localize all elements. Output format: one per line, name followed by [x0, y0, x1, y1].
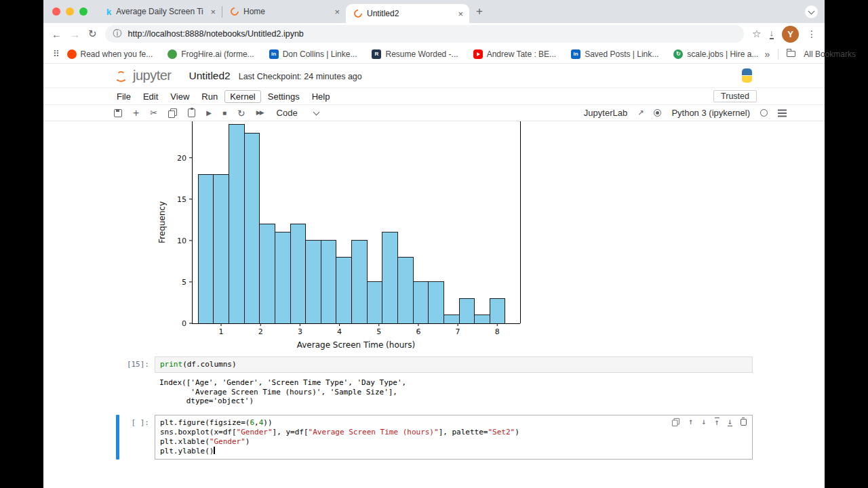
menu-bar: FileEditViewRunKernelSettingsHelp Truste… — [43, 88, 825, 105]
close-window-button[interactable] — [52, 7, 60, 16]
maximize-window-button[interactable] — [79, 7, 87, 16]
downloads-icon[interactable]: ↓ — [770, 28, 774, 39]
interrupt-kernel-button[interactable]: ■ — [222, 110, 226, 117]
toolbar-right: JupyterLab ↗ Python 3 (ipykernel) — [584, 108, 787, 118]
restart-run-all-button[interactable]: ▶▶ — [256, 110, 263, 116]
apps-grid-icon[interactable]: ⠿ — [53, 49, 60, 59]
tab-search-button[interactable] — [805, 5, 818, 18]
restart-kernel-button[interactable]: ↻ — [237, 108, 245, 118]
cells-column: 1234567805101520Average Screen Time (hou… — [108, 121, 753, 460]
menu-kernel[interactable]: Kernel — [224, 90, 261, 103]
code-input[interactable]: ↑ ↓ ↑ ↓ plt.figure(figsize=(6,4))sns.box… — [155, 415, 753, 460]
debugger-icon[interactable] — [654, 109, 661, 117]
new-tab-button[interactable]: + — [469, 5, 490, 18]
bookmark-item[interactable]: Andrew Tate : BE... — [473, 49, 557, 59]
close-tab-icon[interactable]: × — [332, 7, 342, 17]
external-link-icon: ↗ — [637, 108, 644, 117]
code-cell-boxplot[interactable]: [ ]: ↑ ↓ ↑ ↓ plt.figure(figsize=(6,4))sn… — [108, 415, 753, 460]
bookmark-item[interactable]: ↻scale.jobs | Hire a... — [673, 49, 758, 59]
duplicate-cell-button[interactable] — [671, 418, 680, 426]
insert-above-icon: ↑ — [715, 418, 719, 426]
move-cell-down-button[interactable]: ↓ — [701, 418, 706, 426]
browser-menu-icon[interactable]: ⋮ — [807, 28, 816, 39]
menu-help[interactable]: Help — [307, 90, 336, 103]
svg-text:6: 6 — [416, 327, 420, 336]
bookmarks-bar: ⠿ Read when you fe...FrogHire.ai (forme.… — [43, 45, 825, 64]
notebook-title[interactable]: Untitled2 — [189, 70, 231, 82]
bookmark-label: Read when you fe... — [81, 49, 153, 59]
reload-button[interactable]: ↻ — [88, 28, 97, 40]
delete-cell-button[interactable] — [741, 418, 747, 426]
insert-cell-button[interactable]: + — [133, 108, 139, 119]
bookmark-item[interactable]: FrogHire.ai (forme... — [167, 49, 254, 59]
kernel-status-icon — [760, 109, 768, 117]
menu-edit[interactable]: Edit — [138, 90, 163, 103]
jupyter-favicon — [229, 6, 241, 18]
svg-text:20: 20 — [177, 154, 186, 163]
forward-button[interactable]: → — [70, 28, 80, 40]
resume-worded-favicon: R — [372, 49, 381, 59]
code-cell-print-columns[interactable]: [15]: print(df.columns) — [108, 357, 753, 373]
bookmark-item[interactable]: inDon Collins | Linke... — [269, 49, 357, 59]
menu-file[interactable]: File — [111, 90, 136, 103]
omnibox[interactable]: ⓘ http://localhost:8888/notebooks/Untitl… — [105, 25, 744, 43]
notebook-content: 1234567805101520Average Screen Time (hou… — [43, 121, 825, 488]
tab-jupyter-home[interactable]: Home × — [222, 0, 346, 23]
jupyterlab-link[interactable]: JupyterLab — [584, 108, 627, 118]
trusted-button[interactable]: Trusted — [713, 90, 757, 102]
menu-settings[interactable]: Settings — [262, 90, 305, 103]
back-button[interactable]: ← — [52, 28, 62, 40]
svg-text:3: 3 — [298, 327, 302, 336]
all-bookmarks-button[interactable]: All Bookmarks — [804, 49, 856, 59]
copy-cell-button[interactable] — [168, 108, 177, 117]
paste-cell-button[interactable] — [188, 108, 195, 117]
python-logo-icon — [740, 68, 754, 83]
svg-text:5: 5 — [182, 278, 186, 287]
minimize-window-button[interactable] — [66, 7, 74, 16]
svg-text:2: 2 — [258, 327, 263, 336]
checkpoint-status: Last Checkpoint: 24 minutes ago — [239, 72, 362, 81]
menu-view[interactable]: View — [165, 90, 195, 103]
bookmark-star-icon[interactable]: ☆ — [752, 28, 761, 40]
bookmark-item[interactable]: inSaved Posts | Link... — [571, 49, 658, 59]
svg-text:8: 8 — [495, 327, 500, 336]
divider — [778, 49, 778, 60]
matplotlib-figure: 1234567805101520Average Screen Time (hou… — [156, 121, 753, 352]
folder-icon — [787, 51, 795, 57]
tab-untitled2[interactable]: Untitled2 × — [346, 4, 469, 23]
browser-window: k Average Daily Screen Time fo × Home × … — [43, 0, 825, 488]
code-input[interactable]: print(df.columns) — [155, 357, 753, 373]
move-cell-up-button[interactable]: ↑ — [688, 418, 693, 426]
bookmark-item[interactable]: RResume Worded -... — [372, 49, 458, 59]
kaggle-favicon: k — [106, 7, 111, 16]
tab-kaggle-screen-time[interactable]: k Average Daily Screen Time fo × — [98, 0, 222, 23]
jupyter-logo-icon — [114, 68, 128, 83]
close-tab-icon[interactable]: × — [208, 7, 218, 17]
svg-text:10: 10 — [177, 237, 186, 245]
url-text: http://localhost:8888/notebooks/Untitled… — [128, 29, 304, 39]
copy-icon — [168, 108, 177, 117]
bookmark-label: Andrew Tate : BE... — [487, 49, 557, 59]
text-cursor — [214, 447, 214, 454]
close-tab-icon[interactable]: × — [456, 9, 465, 19]
youtube-favicon — [473, 49, 483, 59]
cell-toolbar: ↑ ↓ ↑ ↓ — [671, 418, 747, 426]
froghire-favicon — [167, 49, 177, 59]
save-button[interactable] — [114, 109, 122, 117]
kernel-name[interactable]: Python 3 (ipykernel) — [671, 108, 750, 118]
cut-cell-button[interactable]: ✂ — [150, 108, 157, 117]
linkedin-favicon: in — [269, 49, 279, 59]
bookmark-item[interactable]: Read when you fe... — [67, 49, 153, 59]
cell-type-dropdown[interactable]: Code — [277, 108, 319, 118]
insert-cell-below-button[interactable]: ↓ — [728, 418, 732, 426]
profile-avatar[interactable]: Y — [782, 26, 799, 43]
insert-cell-above-button[interactable]: ↑ — [715, 418, 719, 426]
site-info-icon[interactable]: ⓘ — [113, 28, 122, 40]
hamburger-menu-icon[interactable] — [778, 113, 787, 114]
menu-run[interactable]: Run — [196, 90, 223, 103]
tab-title: Home — [243, 7, 328, 16]
run-cell-button[interactable]: ▶ — [206, 110, 212, 117]
insert-below-icon: ↓ — [728, 418, 732, 426]
figure-svg: 1234567805101520Average Screen Time (hou… — [156, 121, 526, 352]
bookmarks-overflow-button[interactable]: » — [764, 49, 770, 60]
